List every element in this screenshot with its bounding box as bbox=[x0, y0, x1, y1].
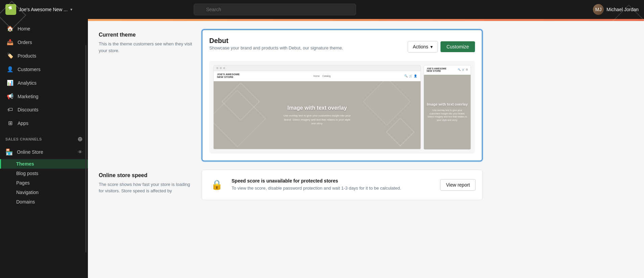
sidebar-label-home: Home bbox=[18, 26, 30, 31]
online-store-label: Online Store bbox=[17, 149, 43, 155]
content-area: Current theme This is the theme customer… bbox=[88, 21, 494, 216]
mobile-hero-title: Image with text overlay bbox=[427, 102, 468, 107]
browser-dot-2 bbox=[220, 67, 222, 69]
preview-store-name: JOE'S AWESOME NEW STORE bbox=[217, 73, 240, 79]
browser-dot-3 bbox=[223, 67, 225, 69]
theme-description: Showcase your brand and products with De… bbox=[209, 45, 343, 51]
sales-channels-label: SALES CHANNELS bbox=[5, 137, 42, 141]
sidebar-item-apps[interactable]: ⊞ Apps bbox=[1, 116, 87, 130]
speed-info: Speed score is unavailable for protected… bbox=[232, 178, 433, 192]
speed-card-container: 🔒 Speed score is unavailable for protect… bbox=[201, 170, 483, 200]
preview-store-header: JOE'S AWESOME NEW STORE Home Catalog 🔍 bbox=[214, 71, 421, 82]
analytics-icon: 📊 bbox=[7, 80, 14, 86]
desktop-hero: Image with text overlay Use overlay text… bbox=[214, 81, 421, 149]
sidebar-sub-navigation[interactable]: Navigation bbox=[0, 188, 88, 197]
avatar: MJ bbox=[593, 4, 604, 15]
sidebar-label-analytics: Analytics bbox=[18, 80, 37, 86]
speed-card: 🔒 Speed score is unavailable for protect… bbox=[201, 170, 483, 200]
theme-card: Debut Showcase your brand and products w… bbox=[201, 29, 483, 162]
sidebar-item-marketing[interactable]: 📢 Marketing bbox=[1, 90, 87, 103]
theme-actions: Actions ▾ Customize bbox=[408, 41, 475, 52]
sidebar-scrollbar bbox=[85, 45, 87, 252]
sidebar-sub-pages[interactable]: Pages bbox=[0, 178, 88, 188]
current-theme-description: This is the theme customers see when the… bbox=[99, 41, 193, 54]
sidebar-sub-domains[interactable]: Domains bbox=[0, 197, 88, 207]
sidebar-label-products: Products bbox=[18, 53, 36, 59]
themes-label: Themes bbox=[16, 161, 34, 167]
theme-card-header: Debut Showcase your brand and products w… bbox=[209, 37, 475, 57]
domains-label: Domains bbox=[16, 199, 35, 205]
hero-text: Image with text overlay Use overlay text… bbox=[283, 105, 351, 125]
theme-info: Debut Showcase your brand and products w… bbox=[209, 37, 343, 57]
speed-description: The score shows how fast your store is l… bbox=[99, 181, 193, 194]
diamond-decoration-3 bbox=[363, 78, 410, 125]
blog-posts-label: Blog posts bbox=[16, 171, 38, 176]
current-theme-heading: Current theme bbox=[99, 32, 193, 38]
sidebar-label-orders: Orders bbox=[18, 40, 32, 45]
sidebar-label-discounts: Discounts bbox=[18, 107, 38, 112]
store-name-label: Joe's Awesome New ... bbox=[19, 7, 68, 12]
top-navigation: Joe's Awesome New ... ▾ 🔍 MJ Michael Jor… bbox=[0, 0, 644, 19]
sidebar-item-discounts[interactable]: 🏷 Discounts bbox=[1, 103, 87, 116]
sidebar-item-analytics[interactable]: 📊 Analytics bbox=[1, 76, 87, 89]
mobile-search-icon: 🔍 bbox=[458, 68, 461, 71]
main-content: Current theme This is the theme customer… bbox=[88, 19, 644, 278]
preview-nav: Home Catalog bbox=[313, 75, 331, 77]
mobile-menu-icon: ☰ bbox=[466, 68, 468, 71]
mobile-icons: 🔍 🛒 ☰ bbox=[458, 68, 468, 71]
preview-cart-icon: 🛒 bbox=[409, 74, 412, 78]
preview-home-link: Home bbox=[313, 75, 320, 77]
pages-label: Pages bbox=[16, 180, 30, 186]
sidebar-item-products[interactable]: 🏷️ Products bbox=[1, 49, 87, 62]
speed-heading: Online store speed bbox=[99, 172, 193, 178]
actions-button[interactable]: Actions ▾ bbox=[408, 41, 438, 52]
preview-search-icon: 🔍 bbox=[404, 74, 408, 78]
speed-section-description: Online store speed The score shows how f… bbox=[99, 170, 193, 200]
sidebar-item-customers[interactable]: 👤 Customers bbox=[1, 63, 87, 76]
preview-header-icons: 🔍 🛒 👤 bbox=[404, 74, 417, 78]
theme-name: Debut bbox=[209, 37, 343, 45]
preview-catalog-link: Catalog bbox=[323, 75, 331, 77]
mobile-store-name: JOE'S AWESOME NEW STORE bbox=[427, 67, 447, 72]
hero-subtitle: Use overlay text to give your customers … bbox=[283, 114, 351, 125]
speed-section: Online store speed The score shows how f… bbox=[99, 170, 483, 200]
sidebar-sub-blog-posts[interactable]: Blog posts bbox=[0, 169, 88, 178]
speed-notice-title: Speed score is unavailable for protected… bbox=[232, 178, 433, 184]
mobile-hero-subtitle: Use overlay text to give your customers … bbox=[427, 109, 468, 122]
sidebar-label-apps: Apps bbox=[18, 121, 28, 126]
speed-notice-body: To view the score, disable password prot… bbox=[232, 185, 433, 192]
eye-icon: 👁 bbox=[78, 149, 82, 155]
view-report-label: View report bbox=[446, 182, 470, 188]
customers-icon: 👤 bbox=[7, 66, 14, 72]
lock-icon: 🔒 bbox=[209, 177, 225, 193]
sidebar-item-orders[interactable]: 📥 Orders bbox=[1, 36, 87, 49]
sidebar-sub-themes[interactable]: Themes bbox=[0, 159, 88, 169]
mobile-preview: JOE'S AWESOME NEW STORE 🔍 🛒 ☰ bbox=[424, 65, 471, 150]
hero-title: Image with text overlay bbox=[283, 105, 351, 111]
view-report-button[interactable]: View report bbox=[440, 179, 476, 191]
sidebar-item-online-store[interactable]: 🏪 Online Store 👁 bbox=[0, 145, 88, 159]
diamond-decoration-2 bbox=[213, 90, 266, 147]
mobile-cart-icon: 🛒 bbox=[462, 68, 465, 71]
marketing-icon: 📢 bbox=[7, 93, 14, 100]
actions-label: Actions bbox=[413, 44, 428, 49]
customize-button[interactable]: Customize bbox=[440, 41, 475, 52]
sales-channels-section: SALES CHANNELS ⊕ bbox=[0, 130, 88, 145]
preview-account-icon: 👤 bbox=[414, 74, 417, 78]
browser-dot-1 bbox=[216, 67, 218, 69]
current-theme-section: Current theme This is the theme customer… bbox=[99, 29, 483, 162]
online-store-icon: 🏪 bbox=[5, 148, 13, 156]
search-input[interactable] bbox=[194, 4, 356, 15]
mobile-hero: Image with text overlay Use overlay text… bbox=[424, 75, 471, 149]
section-description: Current theme This is the theme customer… bbox=[99, 29, 193, 162]
browser-bar bbox=[214, 65, 421, 71]
theme-card-container: Debut Showcase your brand and products w… bbox=[201, 29, 483, 162]
navigation-label: Navigation bbox=[16, 190, 39, 195]
mobile-store-header: JOE'S AWESOME NEW STORE 🔍 🛒 ☰ bbox=[424, 65, 471, 75]
app-layout: 🏠 Home 📥 Orders 🏷️ Products 👤 Customers … bbox=[0, 19, 644, 278]
store-chevron-icon: ▾ bbox=[70, 7, 72, 12]
add-sales-channel-icon[interactable]: ⊕ bbox=[77, 135, 83, 143]
orders-icon: 📥 bbox=[7, 39, 14, 45]
theme-preview: JOE'S AWESOME NEW STORE Home Catalog 🔍 bbox=[209, 61, 475, 154]
apps-icon: ⊞ bbox=[7, 120, 14, 126]
